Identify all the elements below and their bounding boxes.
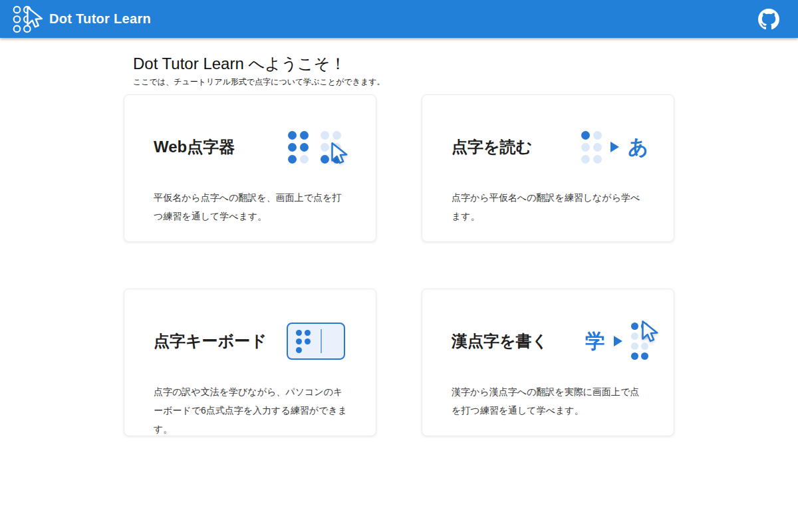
card-read-braille[interactable]: 点字を読む あ 点字から平仮名への翻訳を練習しながら学べます。	[422, 94, 674, 242]
card-head: 漢点字を書く 学	[452, 309, 648, 373]
arrow-right-icon	[614, 336, 622, 346]
app-title: Dot Tutor Learn	[49, 11, 151, 27]
card-description: 点字の訳や文法を学びながら、パソコンのキーボードで6点式点字を入力する練習ができ…	[154, 382, 350, 438]
mouse-cursor-icon	[640, 320, 660, 344]
braille-cursor-logo-icon	[9, 4, 40, 35]
kanji-to-braille-cursor-icon: 学	[585, 323, 648, 360]
card-write-kantenji[interactable]: 漢点字を書く 学 漢字から漢点字への翻訳を実際に画面上で点を打つ練習を通して学べ…	[422, 289, 674, 436]
hiragana-result-char: あ	[628, 137, 648, 157]
card-head: Web点字器	[154, 115, 350, 179]
github-icon	[758, 9, 779, 30]
braille-cell	[581, 131, 602, 164]
main-content: Dot Tutor Learn へようこそ！ ここでは、チュートリアル形式で点字…	[124, 38, 674, 436]
card-title: 点字キーボード	[154, 331, 267, 352]
braille-cell	[288, 131, 309, 164]
card-title: Web点字器	[154, 136, 235, 158]
card-description: 漢字から漢点字への翻訳を実際に画面上で点を打つ練習を通して学べます。	[452, 382, 648, 420]
braille-cell	[296, 330, 311, 353]
card-title: 漢点字を書く	[452, 331, 548, 352]
welcome-subtitle: ここでは、チュートリアル形式で点字について学ぶことができます。	[133, 76, 674, 88]
mouse-cursor-icon	[329, 142, 349, 166]
app-header: Dot Tutor Learn	[0, 0, 798, 38]
braille-input-field-icon	[287, 323, 345, 360]
braille-cells-cursor-icon	[288, 131, 341, 164]
card-description: 点字から平仮名への翻訳を練習しながら学べます。	[452, 188, 648, 225]
welcome-section: Dot Tutor Learn へようこそ！ ここでは、チュートリアル形式で点字…	[124, 54, 674, 88]
card-title: 点字を読む	[452, 136, 532, 158]
arrow-right-icon	[610, 142, 619, 152]
card-head: 点字キーボード	[154, 309, 350, 373]
card-braille-keyboard[interactable]: 点字キーボード 点字の訳や文法を学びながら、パソコンのキーボードで6点式点字を入…	[124, 289, 376, 436]
home-link[interactable]: Dot Tutor Learn	[9, 4, 151, 35]
welcome-title: Dot Tutor Learn へようこそ！	[133, 54, 674, 74]
braille-to-hiragana-icon: あ	[581, 131, 648, 164]
card-web-braille-writer[interactable]: Web点字器 平仮名から点字への翻訳を、画面上で点を打つ練習を通して学べます。	[124, 94, 376, 242]
kanji-source-char: 学	[585, 331, 605, 351]
github-link[interactable]	[758, 9, 779, 30]
cards-grid: Web点字器 平仮名から点字への翻訳を、画面上で点を打つ練習を通して学べます。 …	[124, 94, 674, 436]
card-head: 点字を読む あ	[452, 115, 648, 179]
card-description: 平仮名から点字への翻訳を、画面上で点を打つ練習を通して学べます。	[154, 188, 350, 225]
text-caret-icon	[321, 329, 322, 353]
braille-cell-with-cursor	[631, 323, 648, 360]
